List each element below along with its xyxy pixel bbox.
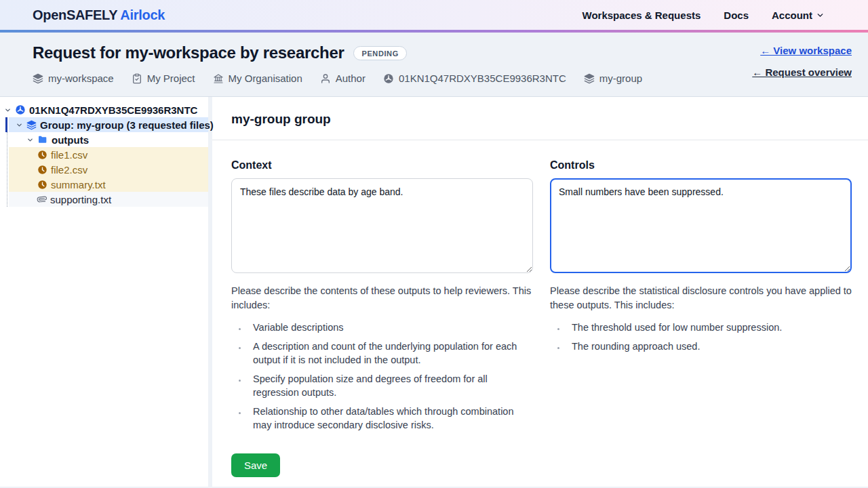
controls-help-text: Please describe the statistical disclosu… <box>550 284 852 312</box>
tree-node-file1-csv[interactable]: file1.csv <box>0 147 208 162</box>
tree-node-request-root[interactable]: 01KN1Q47RDXYB35CE9936R3NTC <box>0 102 208 117</box>
request-header: Request for my-workspace by researcher P… <box>0 33 868 97</box>
meta-group-label: my-group <box>599 73 642 84</box>
logo-primary: OpenSAFELY <box>33 7 117 22</box>
output-file-icon <box>37 165 47 175</box>
folder-icon <box>37 134 48 145</box>
controls-column: Controls Small numbers have been suppres… <box>550 159 852 437</box>
controls-help: Please describe the statistical disclosu… <box>550 284 852 353</box>
chevron-down-icon <box>16 121 23 129</box>
help-bullet: Variable descriptions <box>248 321 533 334</box>
page-title: Request for my-workspace by researcher <box>33 43 344 62</box>
help-bullet: Specify population size and degrees of f… <box>248 372 533 399</box>
context-help-bullets: Variable descriptions A description and … <box>231 321 533 432</box>
context-help-text: Please describe the contents of these ou… <box>231 284 533 312</box>
context-textarea[interactable]: These files describe data by age band. <box>231 178 533 273</box>
logo-secondary: Airlock <box>120 7 165 22</box>
help-bullet: The threshold used for low number suppre… <box>566 321 852 334</box>
tree-node-label: summary.txt <box>51 179 106 190</box>
user-icon <box>320 73 331 84</box>
view-workspace-link[interactable]: ← View workspace <box>760 45 852 56</box>
content-area: 01KN1Q47RDXYB35CE9936R3NTC Group: my-gro… <box>0 97 868 487</box>
meta-author: Author <box>320 73 366 84</box>
layers-icon <box>584 73 595 84</box>
controls-label: Controls <box>550 159 852 171</box>
controls-textarea[interactable]: Small numbers have been suppressed. <box>550 178 852 273</box>
app-logo[interactable]: OpenSAFELY Airlock <box>33 7 165 23</box>
meta-workspace-label: my-workspace <box>48 73 114 84</box>
group-form: Context These files describe data by age… <box>212 140 868 487</box>
nav-account-label: Account <box>772 9 812 21</box>
top-navbar: OpenSAFELY Airlock Workspaces & Requests… <box>0 0 868 30</box>
output-file-icon <box>37 150 47 160</box>
meta-workspace: my-workspace <box>33 73 114 84</box>
header-links: ← View workspace ← Request overview <box>752 45 852 78</box>
controls-help-bullets: The threshold used for low number suppre… <box>550 321 852 353</box>
context-column: Context These files describe data by age… <box>231 159 533 437</box>
tree-node-summary-txt[interactable]: summary.txt <box>0 177 208 192</box>
clipboard-icon <box>132 73 142 84</box>
help-bullet: Relationship to other data/tables which … <box>248 405 533 432</box>
tree-node-label: supporting.txt <box>50 194 111 205</box>
meta-request-id-label: 01KN1Q47RDXYB35CE9936R3NTC <box>399 73 566 84</box>
meta-organisation-label: My Organisation <box>229 73 302 84</box>
save-button[interactable]: Save <box>231 453 280 477</box>
help-bullet: The rounding approach used. <box>566 340 852 353</box>
bank-icon <box>213 73 224 84</box>
paperclip-icon <box>35 192 49 206</box>
meta-project-label: My Project <box>147 73 195 84</box>
file-tree-sidebar: 01KN1Q47RDXYB35CE9936R3NTC Group: my-gro… <box>0 97 208 487</box>
chevron-down-icon <box>816 11 825 20</box>
cube-icon <box>15 104 26 115</box>
help-bullet: A description and count of the underlyin… <box>248 340 533 367</box>
tree-node-label: Group: my-group (3 requested files) <box>40 119 214 131</box>
meta-author-label: Author <box>336 73 366 84</box>
nav-links: Workspaces & Requests Docs Account <box>583 9 825 21</box>
tree-node-supporting-txt[interactable]: supporting.txt <box>0 192 208 207</box>
context-label: Context <box>231 159 533 171</box>
group-detail-panel: my-group group Context These files descr… <box>212 97 868 487</box>
layers-icon <box>33 73 43 84</box>
cube-icon <box>383 73 394 84</box>
tree-node-file2-csv[interactable]: file2.csv <box>0 162 208 177</box>
nav-workspaces-requests[interactable]: Workspaces & Requests <box>583 9 701 21</box>
layers-icon <box>26 120 37 130</box>
tree-node-label: outputs <box>52 134 89 146</box>
chevron-down-icon <box>26 136 34 144</box>
meta-project: My Project <box>132 73 195 84</box>
tree-node-label: file1.csv <box>51 149 87 161</box>
request-meta-row: my-workspace My Project My Organisation … <box>33 73 852 84</box>
nav-docs[interactable]: Docs <box>724 9 749 21</box>
output-file-icon <box>37 180 47 190</box>
meta-organisation: My Organisation <box>213 73 302 84</box>
nav-account-menu[interactable]: Account <box>772 9 825 21</box>
meta-request-id: 01KN1Q47RDXYB35CE9936R3NTC <box>383 73 566 84</box>
tree-node-group-my-group[interactable]: Group: my-group (3 requested files) <box>0 117 208 132</box>
request-overview-link[interactable]: ← Request overview <box>752 66 852 78</box>
tree-node-outputs-folder[interactable]: outputs <box>0 132 208 147</box>
tree-node-label: 01KN1Q47RDXYB35CE9936R3NTC <box>29 104 197 116</box>
group-title: my-group group <box>212 97 868 140</box>
status-badge: PENDING <box>353 46 406 60</box>
chevron-down-icon <box>4 106 12 114</box>
context-help: Please describe the contents of these ou… <box>231 284 533 432</box>
tree-node-label: file2.csv <box>51 164 87 176</box>
meta-group: my-group <box>584 73 642 84</box>
